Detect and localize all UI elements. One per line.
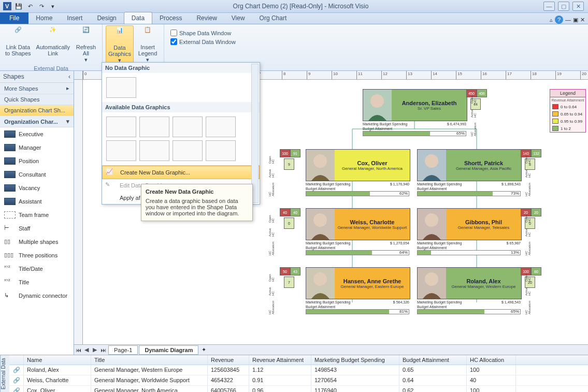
undo-icon[interactable]: ↶ (25, 1, 35, 11)
tab-file[interactable]: File (0, 12, 28, 24)
svg-point-17 (425, 213, 438, 227)
shape-team-frame[interactable]: Team frame (0, 208, 74, 222)
shape-title-date[interactable]: XYZTitle/Date (0, 262, 74, 275)
page-last-icon[interactable]: ⏭ (99, 347, 107, 353)
tab-orgchart[interactable]: Org Chart (252, 12, 294, 24)
dg-thumb-1[interactable] (106, 117, 136, 137)
shape-title[interactable]: XYZTitle (0, 275, 74, 289)
create-new-data-graphic[interactable]: 📈Create New Data Graphic... (102, 166, 260, 179)
org-card-r3[interactable]: 100 80 20 HC AllocationActive HCOpen HC … (417, 267, 522, 314)
tab-insert[interactable]: Insert (60, 12, 90, 24)
svg-point-21 (425, 272, 438, 286)
external-data-side-label: External Data (0, 355, 9, 392)
collapse-icon[interactable]: ‹ (68, 73, 70, 80)
org-card-l1[interactable]: 100 91 9 HC AllocationActive HCOpen HC C… (306, 149, 410, 196)
quick-shapes-row[interactable]: Quick Shapes (0, 94, 74, 105)
shape-executive[interactable]: Executive (0, 127, 74, 141)
svg-point-15 (313, 213, 327, 227)
app-icon[interactable]: V (2, 1, 12, 11)
org-card-l2[interactable]: 40 40 0 HC AllocationActive HCOpen HC We… (306, 208, 410, 255)
stencil-active[interactable]: Organization Chart Sh... (0, 105, 74, 116)
shape-dyn-connector[interactable]: ↳Dynamic connector (0, 289, 74, 302)
ribbon-minimize-icon[interactable]: ▵ (550, 17, 553, 23)
page-tabs: ⏮ ◀ ▶ ⏭ Page-1 Dynamic Diagram ✦ (74, 344, 588, 355)
dg-thumb-4[interactable] (206, 117, 236, 137)
ext-data-row[interactable]: 🔗Weiss, CharlotteGeneral Manager, Worldw… (9, 375, 588, 386)
shape-manager[interactable]: Manager (0, 141, 74, 154)
legend-row: 0 to 0.64 (550, 103, 585, 110)
refresh-all-button[interactable]: 🔄Refresh All▾ (73, 25, 99, 64)
dg-thumb-2[interactable] (139, 117, 169, 137)
shape-position[interactable]: Position (0, 154, 74, 168)
tab-process[interactable]: Process (152, 12, 189, 24)
shape-consultant[interactable]: Consultant (0, 168, 74, 181)
svg-text:V: V (5, 3, 9, 9)
page-first-icon[interactable]: ⏮ (74, 347, 82, 353)
help-icon[interactable]: ? (555, 16, 563, 24)
page-next-icon[interactable]: ▶ (91, 346, 99, 353)
tab-data[interactable]: Data (124, 12, 152, 24)
close-button[interactable]: ✕ (572, 2, 584, 11)
org-card-r1[interactable]: 140 132 8 HC AllocationActive HCOpen HC … (417, 149, 522, 196)
maximize-button[interactable]: ▢ (558, 2, 569, 11)
ext-data-row[interactable]: 🔗Cox, OliverGeneral Manager, North Ameri… (9, 386, 588, 392)
shape-assistant[interactable]: Assistant (0, 195, 74, 208)
avatar (306, 150, 335, 181)
shape-multiple[interactable]: ▯▯Multiple shapes (0, 235, 74, 249)
external-data-window-checkbox[interactable]: External Data Window (170, 37, 236, 46)
tab-view[interactable]: View (224, 12, 252, 24)
dg-thumb-7[interactable] (173, 140, 203, 161)
shapes-header[interactable]: Shapes‹ (0, 71, 74, 83)
doc-minimize-icon[interactable]: — (565, 17, 571, 23)
dg-thumb-5[interactable] (106, 140, 136, 161)
shape-data-window-checkbox[interactable]: Shape Data Window (170, 28, 236, 37)
page-tab-1[interactable]: Page-1 (108, 345, 138, 355)
org-card-l3[interactable]: 50 43 7 HC AllocationActive HCOpen HC Ha… (306, 267, 410, 314)
link-data-button[interactable]: 🔗Link Data to Shapes (3, 25, 33, 64)
data-graphics-button[interactable]: 📊Data Graphics▾ (106, 25, 134, 65)
auto-link-button[interactable]: ✨Automatically Link (34, 25, 72, 64)
org-card-r2[interactable]: 20 20 0 HC AllocationActive HCOpen HC Gi… (417, 208, 522, 255)
page-prev-icon[interactable]: ◀ (82, 346, 91, 353)
page-tab-dynamic[interactable]: Dynamic Diagram (139, 345, 198, 355)
doc-restore-icon[interactable]: ▣ (573, 17, 578, 23)
shape-three-pos[interactable]: ▯▯▯Three positions (0, 249, 74, 262)
legend-row: 0.95 to 0.99 (550, 118, 585, 125)
org-card-top[interactable]: 450 406 44 HC AllocationActive HCOpen HC… (363, 89, 467, 136)
page-tab-insert-icon[interactable]: ✦ (202, 346, 206, 353)
person-title: Sr. VP Sales (418, 106, 441, 111)
title-bar: V 💾 ↶ ↷ ▾ Org Chart Demo (2) [Read-Only]… (0, 0, 588, 13)
ext-data-row[interactable]: 🔗Roland, AlexGeneral Manager, Western Eu… (9, 365, 588, 375)
shape-vacancy[interactable]: Vacancy (0, 181, 74, 195)
person-name: Gibbons, Phil (465, 219, 502, 225)
redo-icon[interactable]: ↷ (36, 1, 47, 11)
dg-thumb-3[interactable] (173, 117, 203, 137)
shape-staff[interactable]: ⊢Staff (0, 222, 74, 235)
insert-legend-button[interactable]: 📋Insert Legend▾ (135, 25, 161, 65)
save-icon[interactable]: 💾 (13, 1, 24, 11)
avatar (418, 150, 446, 181)
person-title: General Manager, Eastern Europe (341, 284, 404, 289)
qat-dropdown-icon[interactable]: ▾ (48, 1, 58, 11)
dg-thumb-8[interactable] (206, 140, 236, 161)
tab-review[interactable]: Review (189, 12, 224, 24)
dg-thumb-none[interactable] (106, 77, 136, 98)
person-title: General Manager, Western Europe (452, 284, 516, 289)
stencil-sub[interactable]: Organization Char...▾ (0, 116, 74, 127)
person-title: General Manager, North America (342, 166, 403, 171)
avatar (306, 268, 335, 299)
dropdown-scrollbar[interactable] (251, 64, 259, 203)
ribbon-body: 🔗Link Data to Shapes ✨Automatically Link… (0, 24, 588, 71)
dg-thumb-6[interactable] (139, 140, 169, 161)
tab-design[interactable]: Design (90, 12, 123, 24)
person-name: Roland, Alex (466, 278, 500, 284)
minimize-button[interactable]: — (543, 2, 555, 11)
tab-home[interactable]: Home (28, 12, 60, 24)
person-name: Anderson, Elizabeth (402, 100, 457, 106)
person-name: Cox, Oliver (357, 160, 387, 166)
ruler-corner (74, 71, 83, 80)
doc-close-icon[interactable]: ✕ (580, 17, 585, 23)
avatar (418, 268, 446, 299)
legend-row: 1 to 2 (550, 125, 585, 132)
more-shapes-row[interactable]: More Shapes▸ (0, 83, 74, 94)
